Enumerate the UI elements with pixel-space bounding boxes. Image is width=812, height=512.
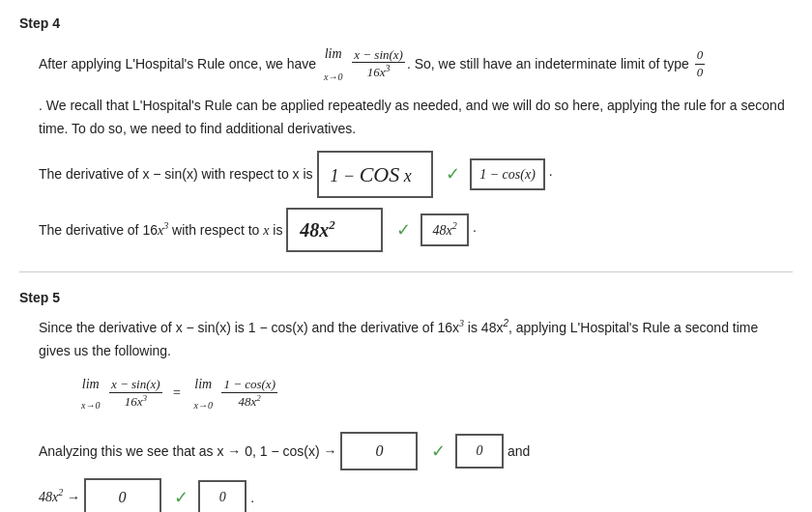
step4-deriv1-dot: · [549, 162, 553, 186]
step4-frac-num: x − sin(x) [352, 47, 405, 64]
step4-deriv2-hint: 48x2 [420, 213, 469, 246]
step5-analyze-text: Analyzing this we see that as x → 0, 1 −… [39, 438, 337, 465]
step5-equation: lim x→0 x − sin(x) 16x3 = lim x→0 1 − co… [77, 372, 279, 413]
step5-frac1: x − sin(x) 16x3 [109, 377, 162, 410]
step4-para1-line: After applying L'Hospital's Rule once, w… [39, 41, 793, 87]
step5-analyze-and: and [508, 438, 530, 465]
step4-deriv1-input[interactable]: 1 − COS x [317, 151, 433, 199]
step5-para1: Since the derivative of x − sin(x) is 1 … [39, 315, 793, 362]
step5-lim1: lim x→0 [81, 372, 100, 413]
step4-para1-text: After applying L'Hospital's Rule once, w… [39, 50, 316, 77]
step5-analyze-input[interactable]: 0 [340, 432, 418, 470]
step5-row2-hint: 0 [198, 480, 246, 512]
step4-lim-sub: x→0 [324, 68, 342, 87]
step5-content: Since the derivative of x − sin(x) is 1 … [39, 315, 793, 512]
step4-deriv1-check: ✓ [446, 158, 460, 189]
step4-frac-zero-den: 0 [695, 65, 706, 81]
step4-para1-cont: . So, we still have an indeterminate lim… [407, 50, 689, 77]
step5-row2-check: ✓ [174, 480, 188, 512]
step4-deriv2-row: The derivative of 16x3 with respect to x… [39, 208, 793, 252]
step4-header: Step 4 [19, 15, 793, 31]
step5-lim2: lim x→0 [194, 372, 213, 413]
step4-para2: . We recall that L'Hospital's Rule can b… [39, 95, 793, 141]
step4-lim-text: lim [325, 41, 342, 68]
step5-row2-prefix: 48x2 → [39, 483, 80, 511]
step5-equals: = [173, 381, 181, 405]
step5-row2-dot: . [250, 484, 254, 511]
step5-lim2-sub: x→0 [194, 397, 213, 414]
step4-deriv1-prefix: The derivative of x − sin(x) with respec… [39, 162, 313, 186]
step5-lim1-sub: x→0 [81, 397, 100, 414]
step5-header: Step 5 [19, 290, 793, 305]
step5-section: Step 5 Since the derivative of x − sin(x… [19, 290, 793, 512]
step5-frac2-num: 1 − cos(x) [221, 377, 277, 393]
step4-frac-den: 16x3 [365, 63, 392, 80]
step4-content: After applying L'Hospital's Rule once, w… [39, 41, 793, 252]
step5-row2-input[interactable]: 0 [84, 478, 161, 512]
step4-deriv2-input[interactable]: 48x2 [286, 208, 383, 252]
step5-frac2: 1 − cos(x) 48x2 [221, 377, 277, 410]
step4-deriv2-prefix: The derivative of 16x3 with respect to x… [39, 217, 282, 242]
step4-deriv2-check: ✓ [396, 214, 411, 245]
step4-deriv2-dot: · [473, 218, 477, 242]
step4-lim: lim x→0 [324, 41, 342, 87]
step4-section: Step 4 After applying L'Hospital's Rule … [19, 15, 793, 252]
step5-frac1-den: 16x3 [123, 393, 149, 410]
step5-lim2-text: lim [194, 372, 212, 396]
step5-lim1-text: lim [82, 372, 100, 396]
step5-analyze-check: ✓ [431, 434, 446, 469]
step4-frac-zero-num: 0 [695, 47, 706, 65]
step5-analyze-hint: 0 [455, 434, 504, 469]
step4-frac: x − sin(x) 16x3 [352, 47, 405, 81]
step5-frac2-den: 48x2 [237, 393, 263, 410]
step5-analyze-row: Analyzing this we see that as x → 0, 1 −… [39, 432, 793, 470]
step5-row2: 48x2 → 0 ✓ 0 . [39, 478, 793, 512]
step5-frac1-num: x − sin(x) [109, 377, 162, 393]
step4-deriv1-row: The derivative of x − sin(x) with respec… [39, 151, 793, 199]
step4-deriv1-hint: 1 − cos(x) [470, 158, 545, 190]
step-divider [19, 271, 793, 272]
step4-frac-zero: 0 0 [695, 47, 706, 81]
